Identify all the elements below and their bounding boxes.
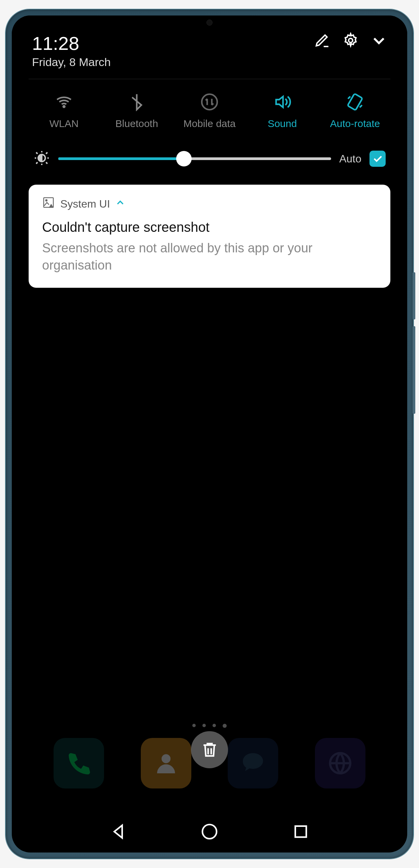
nav-bar xyxy=(12,822,407,842)
dock-app-phone[interactable] xyxy=(54,738,104,788)
brightness-icon xyxy=(33,150,50,168)
quick-settings-row: WLAN Bluetooth Mobile data Sound Auto-ro… xyxy=(25,79,394,136)
chevron-down-icon[interactable] xyxy=(371,32,387,50)
svg-rect-10 xyxy=(295,826,307,837)
svg-point-9 xyxy=(202,825,217,839)
edit-icon[interactable] xyxy=(314,32,330,50)
svg-point-6 xyxy=(46,200,47,201)
qs-label: Mobile data xyxy=(183,118,235,129)
check-icon xyxy=(372,153,383,164)
svg-point-7 xyxy=(161,754,170,763)
slider-thumb[interactable] xyxy=(176,151,192,166)
svg-point-1 xyxy=(63,106,65,107)
contacts-icon xyxy=(153,750,180,777)
gear-icon[interactable] xyxy=(343,32,359,50)
qs-label: Auto-rotate xyxy=(330,118,380,129)
qs-label: Bluetooth xyxy=(116,118,158,129)
svg-point-0 xyxy=(349,38,353,42)
mobile-data-icon xyxy=(199,93,220,111)
qs-sound[interactable]: Sound xyxy=(250,93,314,129)
wifi-icon xyxy=(54,93,74,111)
trash-icon xyxy=(200,740,219,760)
phone-icon xyxy=(65,750,92,777)
autorotate-icon xyxy=(345,93,365,111)
brightness-row: Auto xyxy=(25,136,394,181)
power-button xyxy=(413,272,415,319)
qs-mobile-data[interactable]: Mobile data xyxy=(178,93,241,129)
qs-label: WLAN xyxy=(50,118,79,129)
notification-title: Couldn't capture screenshot xyxy=(42,220,377,235)
nav-recent[interactable] xyxy=(291,822,310,842)
volume-button xyxy=(413,326,415,414)
bluetooth-icon xyxy=(127,93,147,111)
qs-wlan[interactable]: WLAN xyxy=(32,93,96,129)
dock-app-contacts[interactable] xyxy=(141,738,191,788)
qs-auto-rotate[interactable]: Auto-rotate xyxy=(323,93,387,129)
wallpaper-artifact xyxy=(179,400,195,474)
screenshot-warning-icon xyxy=(42,196,55,212)
dock-app-messages[interactable] xyxy=(228,738,278,788)
auto-brightness-label: Auto xyxy=(339,153,361,165)
phone-frame: 11:28 Friday, 8 March xyxy=(6,9,413,859)
screen: 11:28 Friday, 8 March xyxy=(12,16,407,852)
chevron-up-icon[interactable] xyxy=(116,198,125,210)
browser-icon xyxy=(327,750,354,777)
clock-date: Friday, 8 March xyxy=(32,56,111,69)
dock-app-browser[interactable] xyxy=(315,738,365,788)
brightness-slider[interactable] xyxy=(58,157,331,160)
clock-time: 11:28 xyxy=(32,32,111,54)
notification-card[interactable]: System UI Couldn't capture screenshot Sc… xyxy=(29,185,390,288)
redacted-region xyxy=(32,369,133,433)
qs-bluetooth[interactable]: Bluetooth xyxy=(105,93,169,129)
notch xyxy=(166,16,253,30)
nav-back[interactable] xyxy=(109,822,128,842)
notification-body: Screenshots are not allowed by this app … xyxy=(42,240,377,274)
notification-app-name: System UI xyxy=(60,198,110,210)
home-pager xyxy=(12,724,407,728)
front-camera xyxy=(206,20,213,26)
message-icon xyxy=(239,750,266,777)
trash-drop-target[interactable] xyxy=(191,731,228,768)
nav-home[interactable] xyxy=(200,822,219,842)
notification-header: System UI xyxy=(42,196,377,212)
sound-icon xyxy=(272,93,292,111)
qs-label: Sound xyxy=(268,118,297,129)
svg-point-2 xyxy=(202,94,217,110)
auto-brightness-checkbox[interactable] xyxy=(369,151,386,167)
status-header: 11:28 Friday, 8 March xyxy=(25,29,394,79)
notification-shade: 11:28 Friday, 8 March xyxy=(12,16,407,294)
